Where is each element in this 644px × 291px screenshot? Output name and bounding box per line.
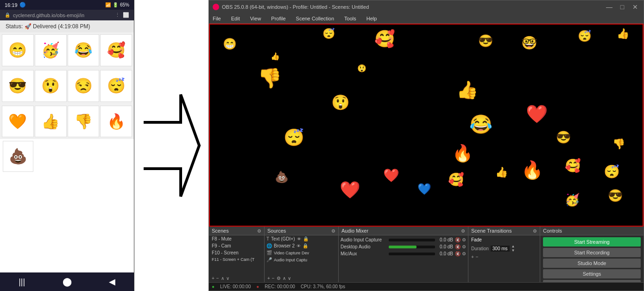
source-remove-btn[interactable]: − <box>272 276 275 281</box>
emoji-cell-thumbsdown[interactable]: 👎 <box>68 106 100 138</box>
canvas-emoji-13: 😂 <box>469 115 492 133</box>
source-lock-icon[interactable]: 🔒 <box>303 236 309 241</box>
nav-home-btn[interactable]: ⬤ <box>63 277 72 287</box>
close-button[interactable]: ✕ <box>631 3 640 11</box>
battery-icon: 🔋 <box>113 2 118 7</box>
start-streaming-button[interactable]: Start Streaming <box>543 237 641 247</box>
source-item-audio[interactable]: 🎤 Audio Input Captu <box>265 256 338 263</box>
time-display: 16:19 <box>5 2 18 8</box>
menu-profile[interactable]: Profile <box>269 15 287 22</box>
canvas-emoji-6: 😴 <box>578 31 592 42</box>
source-down-btn[interactable]: ∨ <box>288 276 291 281</box>
audio-config-icon[interactable]: ⚙ <box>461 228 465 234</box>
menu-edit[interactable]: Edit <box>229 15 242 22</box>
maximize-button[interactable]: □ <box>618 3 627 11</box>
source-type-browser-icon: 🌐 <box>266 243 272 248</box>
transition-up-arrow[interactable]: ▲ <box>511 244 515 248</box>
audio-mic-bar <box>389 253 435 255</box>
scene-up-btn[interactable]: ∧ <box>221 276 224 281</box>
emoji-cell-hearts[interactable]: 🥰 <box>100 34 132 66</box>
emoji-cell-laugh[interactable]: 😂 <box>68 34 100 66</box>
source-browser-lock-icon[interactable]: 🔒 <box>303 243 308 248</box>
transition-add-btn[interactable]: + <box>471 254 474 259</box>
start-recording-button[interactable]: Start Recording <box>543 248 641 257</box>
source-type-audio-icon: 🎤 <box>266 257 272 262</box>
audio-input-bar <box>389 239 435 241</box>
emoji-cell-party[interactable]: 🥳 <box>35 34 67 66</box>
emoji-cell-grin[interactable]: 😁 <box>2 34 34 66</box>
emoji-cell-heart[interactable]: 🧡 <box>2 106 34 138</box>
transition-down-arrow[interactable]: ▼ <box>511 248 515 253</box>
source-settings-btn[interactable]: ⚙ <box>277 276 281 281</box>
emoji-cell-poop[interactable]: 💩 <box>3 141 33 171</box>
sources-config-icon[interactable]: ⚙ <box>331 228 335 234</box>
scene-remove-btn[interactable]: − <box>216 276 219 281</box>
menu-help[interactable]: Help <box>365 15 379 22</box>
audio-settings-icon[interactable]: ⚙ <box>462 237 466 242</box>
emoji-cell-fire[interactable]: 🔥 <box>100 106 132 138</box>
source-type-text-icon: T <box>266 236 269 241</box>
transition-duration-value[interactable]: 300 ms <box>491 246 510 252</box>
phone-panel: 16:19 🔵 📶 🔋 65% 🔒 cyclenerd.github.io/ob… <box>0 0 134 291</box>
sources-panel: Sources ⚙ T Text (GDI+) 👁 🔒 🌐 Browser 2 … <box>265 227 339 282</box>
source-item-video[interactable]: 🎬 Video Capture Dev <box>265 249 338 256</box>
transition-remove-btn[interactable]: − <box>476 254 479 259</box>
audio-desktop-mute-icon[interactable]: 🔇 <box>455 244 461 249</box>
scenes-toolbar: + − ∧ ∨ <box>209 274 264 282</box>
source-browser-eye-icon[interactable]: 👁 <box>297 244 301 248</box>
title-bar-left: OBS 25.0.8 (64-bit, windows) - Profile: … <box>213 4 369 10</box>
browser-tab-icon[interactable]: ⬜ <box>123 12 129 18</box>
scene-item-2[interactable]: F9 - Cam <box>209 242 264 249</box>
audio-input-db: 0.0 dB <box>437 237 453 242</box>
audio-list: Audio Input Capture 0.0 dB 🔇 ⚙ Desktop A… <box>339 235 468 282</box>
audio-mic-mute-icon[interactable]: 🔇 <box>455 251 461 256</box>
emoji-cell-wow[interactable]: 😲 <box>35 70 67 102</box>
transition-arrows[interactable]: ▲ ▼ <box>511 244 515 253</box>
transitions-config-icon[interactable]: ⚙ <box>533 228 537 234</box>
audio-mute-icon[interactable]: 🔇 <box>455 237 461 242</box>
source-item-text[interactable]: T Text (GDI+) 👁 🔒 <box>265 235 338 242</box>
menu-scene-collection[interactable]: Scene Collection <box>294 15 336 22</box>
minimize-button[interactable]: — <box>605 3 614 11</box>
browser-menu-icon[interactable]: ⋮ <box>115 12 120 18</box>
scenes-config-icon[interactable]: ⚙ <box>257 228 261 234</box>
scene-item-4[interactable]: F11 - Screen + Cam (T <box>209 256 264 263</box>
canvas-emoji-4: 😎 <box>478 35 493 47</box>
studio-mode-button[interactable]: Studio Mode <box>543 259 641 268</box>
scene-item-1[interactable]: F8 - Mute <box>209 235 264 242</box>
menu-view[interactable]: View <box>248 15 263 22</box>
nav-back-btn[interactable]: ◀ <box>109 277 115 287</box>
source-item-browser[interactable]: 🌐 Browser 2 👁 🔒 <box>265 242 338 249</box>
canvas-emoji-20: 😴 <box>604 165 620 178</box>
settings-button[interactable]: Settings <box>543 269 641 278</box>
arrow-section <box>134 0 208 291</box>
menu-tools[interactable]: Tools <box>342 15 358 22</box>
audio-desktop-level <box>389 246 417 248</box>
source-up-btn[interactable]: ∧ <box>283 276 286 281</box>
emoji-cell-thumbsup[interactable]: 👍 <box>35 106 67 138</box>
transitions-label: Scene Transitions <box>471 228 511 234</box>
sources-panel-header: Sources ⚙ <box>265 227 338 235</box>
emoji-cell-sleep[interactable]: 😴 <box>100 70 132 102</box>
title-bar-controls[interactable]: — □ ✕ <box>605 3 640 11</box>
menu-file[interactable]: File <box>211 15 223 22</box>
source-add-btn[interactable]: + <box>267 276 270 281</box>
canvas-emoji-10: 😲 <box>331 95 350 110</box>
scene-add-btn[interactable]: + <box>212 276 215 281</box>
audio-mic-settings-icon[interactable]: ⚙ <box>462 251 466 256</box>
controls-label: Controls <box>543 228 562 234</box>
nav-menu-btn[interactable]: ||| <box>19 277 25 287</box>
obs-menu-bar: File Edit View Profile Scene Collection … <box>209 13 644 24</box>
audio-desktop-settings-icon[interactable]: ⚙ <box>462 244 466 249</box>
controls-header: Controls <box>540 227 644 235</box>
emoji-grid-row2: 😎 😲 😒 😴 <box>0 68 134 104</box>
canvas-emoji-28: 😎 <box>608 190 623 202</box>
controls-panel: Controls Start Streaming Start Recording… <box>540 227 644 282</box>
emoji-cell-cool[interactable]: 😎 <box>2 70 34 102</box>
source-audio-label: Audio Input Captu <box>274 258 307 262</box>
scene-down-btn[interactable]: ∨ <box>226 276 229 281</box>
source-eye-icon[interactable]: 👁 <box>297 237 301 241</box>
canvas-emoji-12: ❤️ <box>526 105 548 123</box>
emoji-cell-smirk[interactable]: 😒 <box>68 70 100 102</box>
scene-item-3[interactable]: F10 - Screen <box>209 249 264 256</box>
